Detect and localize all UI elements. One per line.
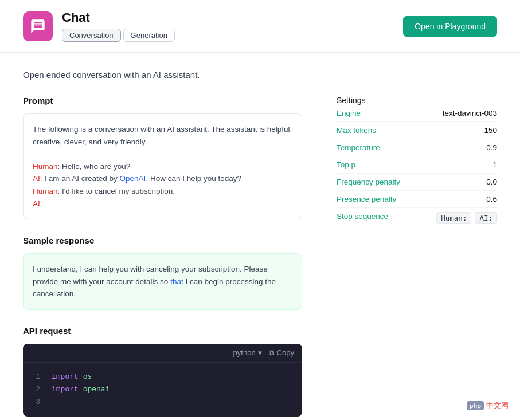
settings-table: Engine text-davinci-003 Max tokens 150 T… xyxy=(337,105,497,228)
settings-row-top-p: Top p 1 xyxy=(337,156,497,174)
prompt-line-2: AI: I am an AI created by OpenAI. How ca… xyxy=(33,174,241,183)
left-column: Prompt The following is a conversation w… xyxy=(23,96,302,417)
settings-row-engine: Engine text-davinci-003 xyxy=(337,105,497,122)
api-request-section: API request python ▾ ⧉ Copy xyxy=(23,326,302,417)
prompt-box[interactable]: The following is a conversation with an … xyxy=(23,113,302,219)
top-p-label: Top p xyxy=(337,160,355,169)
max-tokens-label: Max tokens xyxy=(337,126,376,135)
watermark: php 中文网 xyxy=(467,401,509,411)
chevron-down-icon: ▾ xyxy=(258,348,262,357)
human-label-2: Human xyxy=(33,187,58,195)
prompt-section: Prompt The following is a conversation w… xyxy=(23,96,302,219)
copy-icon: ⧉ xyxy=(269,348,274,358)
header-left: Chat Conversation Generation xyxy=(23,10,175,42)
settings-title: Settings xyxy=(337,96,497,105)
ai-label-1: AI xyxy=(33,174,40,183)
main-content: Open ended conversation with an AI assis… xyxy=(0,53,520,420)
code-content-2: import openai xyxy=(52,383,110,396)
stop-tag-human: Human: xyxy=(436,212,471,224)
settings-row-presence-penalty: Presence penalty 0.6 xyxy=(337,191,497,208)
open-playground-button[interactable]: Open in Playground xyxy=(403,16,497,37)
sample-response-title: Sample response xyxy=(23,235,302,245)
temperature-value: 0.9 xyxy=(486,143,497,152)
ai-label-2: AI xyxy=(33,199,40,208)
openai-link: OpenAI xyxy=(120,174,146,183)
prompt-line-1: Human: Hello, who are you? xyxy=(33,162,130,171)
line-num-2: 2 xyxy=(32,383,40,396)
settings-panel: Settings Engine text-davinci-003 Max tok… xyxy=(337,96,497,417)
max-tokens-value: 150 xyxy=(484,126,497,135)
code-line-2: 2 import openai xyxy=(32,383,293,396)
code-content-3 xyxy=(52,396,56,409)
subtitle: Open ended conversation with an AI assis… xyxy=(23,70,497,80)
sample-response-text: I understand, I can help you with cancel… xyxy=(33,265,276,298)
engine-value: text-davinci-003 xyxy=(443,109,497,117)
that-word: that xyxy=(170,277,183,286)
prompt-intro: The following is a conversation with an … xyxy=(33,125,292,146)
frequency-penalty-value: 0.0 xyxy=(486,178,497,186)
prompt-line-3: Human: I'd like to cancel my subscriptio… xyxy=(33,187,175,195)
temperature-label: Temperature xyxy=(337,143,380,152)
tab-generation[interactable]: Generation xyxy=(123,29,175,42)
copy-label: Copy xyxy=(277,348,294,357)
code-toolbar: python ▾ ⧉ Copy xyxy=(23,344,302,363)
tab-conversation[interactable]: Conversation xyxy=(62,29,121,42)
two-column-layout: Prompt The following is a conversation w… xyxy=(23,96,497,417)
settings-row-max-tokens: Max tokens 150 xyxy=(337,122,497,139)
line-num-1: 1 xyxy=(32,371,40,383)
code-line-1: 1 import os xyxy=(32,371,293,383)
human-label-1: Human xyxy=(33,162,58,171)
line-num-3: 3 xyxy=(32,396,40,409)
watermark-text: 中文网 xyxy=(486,401,509,411)
top-p-value: 1 xyxy=(492,160,497,169)
settings-row-frequency-penalty: Frequency penalty 0.0 xyxy=(337,174,497,191)
code-line-3: 3 xyxy=(32,396,293,409)
prompt-title: Prompt xyxy=(23,96,302,105)
copy-button[interactable]: ⧉ Copy xyxy=(269,348,294,358)
app-title-area: Chat Conversation Generation xyxy=(62,10,175,42)
frequency-penalty-label: Frequency penalty xyxy=(337,178,400,186)
app-icon xyxy=(23,11,53,41)
php-badge: php xyxy=(467,401,484,410)
code-block: python ▾ ⧉ Copy 1 import os xyxy=(23,344,302,417)
stop-sequence-tags: Human: AI: xyxy=(436,212,497,224)
header: Chat Conversation Generation Open in Pla… xyxy=(0,0,520,53)
tabs: Conversation Generation xyxy=(62,29,175,42)
presence-penalty-label: Presence penalty xyxy=(337,195,396,203)
code-body: 1 import os 2 import openai 3 xyxy=(23,363,302,417)
stop-tag-ai: AI: xyxy=(475,212,497,224)
sample-response-box: I understand, I can help you with cancel… xyxy=(23,253,302,310)
prompt-line-4: AI: xyxy=(33,199,42,208)
code-content-1: import os xyxy=(52,371,92,383)
language-selector[interactable]: python ▾ xyxy=(233,348,262,357)
language-label: python xyxy=(233,348,256,357)
engine-label: Engine xyxy=(337,109,361,117)
sample-response-section: Sample response I understand, I can help… xyxy=(23,235,302,310)
stop-sequence-label: Stop sequence xyxy=(337,212,388,221)
settings-row-stop-sequence: Stop sequence Human: AI: xyxy=(337,208,497,228)
presence-penalty-value: 0.6 xyxy=(486,195,497,203)
settings-row-temperature: Temperature 0.9 xyxy=(337,139,497,156)
app-title: Chat xyxy=(62,10,175,25)
api-request-title: API request xyxy=(23,326,302,336)
chat-icon xyxy=(30,18,46,34)
